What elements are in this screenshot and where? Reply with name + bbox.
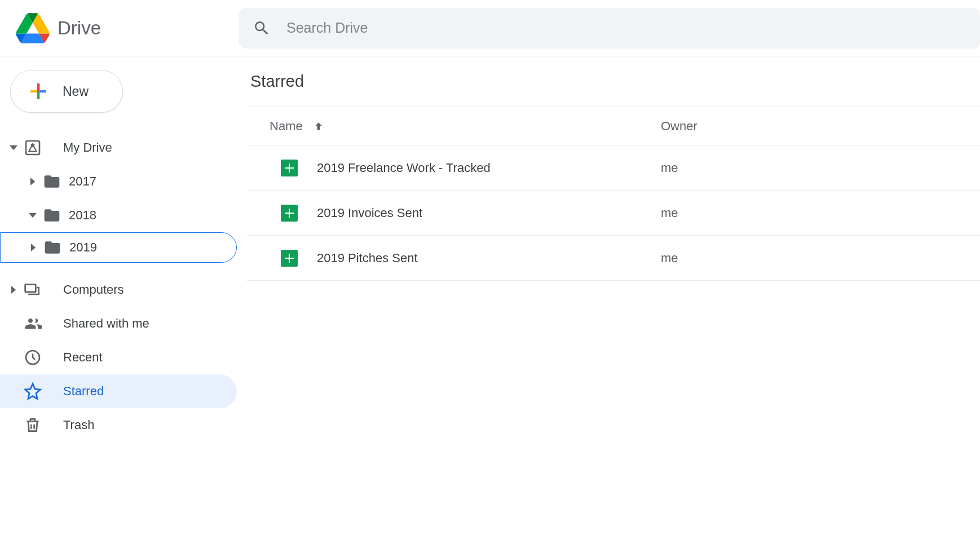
- folder-label: 2018: [69, 208, 96, 223]
- my-drive-label: My Drive: [63, 140, 112, 155]
- star-icon: [24, 382, 42, 400]
- sheets-icon: [281, 160, 298, 176]
- sheets-icon: [281, 205, 298, 222]
- search-input[interactable]: [286, 20, 966, 36]
- file-name: 2019 Pitches Sent: [317, 251, 661, 266]
- header: Drive: [0, 0, 980, 56]
- logo-area[interactable]: Drive: [0, 11, 239, 45]
- file-owner: me: [661, 206, 678, 220]
- svg-rect-1: [25, 285, 36, 292]
- folder-icon: [43, 206, 61, 224]
- new-button-label: New: [63, 84, 89, 99]
- column-owner-label: Owner: [661, 119, 698, 133]
- recent-label: Recent: [63, 350, 103, 365]
- chevron-down-icon[interactable]: [27, 211, 38, 219]
- folder-label: 2017: [69, 174, 96, 189]
- sidebar-item-starred[interactable]: Starred: [0, 374, 237, 408]
- folder-label: 2019: [69, 240, 97, 255]
- file-name: 2019 Invoices Sent: [317, 206, 661, 220]
- sidebar-item-shared[interactable]: Shared with me: [0, 307, 237, 341]
- column-name-label: Name: [270, 119, 303, 134]
- file-owner: me: [661, 251, 678, 266]
- sidebar-item-my-drive[interactable]: My Drive: [0, 131, 237, 165]
- new-button[interactable]: New: [10, 70, 123, 113]
- page-title: Starred: [247, 72, 980, 107]
- chevron-down-icon[interactable]: [8, 144, 19, 152]
- column-header-name[interactable]: Name: [270, 119, 661, 134]
- sidebar-folder-2017[interactable]: 2017: [0, 165, 237, 198]
- search-bar[interactable]: [239, 8, 980, 48]
- file-owner: me: [661, 161, 678, 175]
- sidebar-folder-2018[interactable]: 2018: [0, 198, 237, 232]
- plus-icon: [27, 79, 50, 103]
- starred-label: Starred: [63, 384, 104, 399]
- chevron-right-icon[interactable]: [27, 178, 38, 185]
- column-header-owner[interactable]: Owner: [661, 119, 698, 134]
- chevron-right-icon[interactable]: [8, 286, 19, 294]
- folder-icon: [43, 173, 61, 191]
- file-name: 2019 Freelance Work - Tracked: [317, 161, 661, 175]
- shared-icon: [24, 315, 42, 333]
- sidebar-folder-2019[interactable]: 2019: [0, 232, 237, 263]
- file-row[interactable]: 2019 Pitches Sent me: [247, 236, 980, 281]
- sidebar-item-trash[interactable]: Trash: [0, 408, 237, 442]
- sidebar: New My Drive 2017 2018 2019 Computers: [0, 56, 239, 548]
- drive-logo-icon: [16, 11, 50, 45]
- trash-icon: [24, 416, 42, 434]
- file-row[interactable]: 2019 Invoices Sent me: [247, 191, 980, 236]
- computers-icon: [24, 281, 42, 299]
- app-title: Drive: [58, 17, 101, 39]
- chevron-right-icon[interactable]: [28, 244, 39, 251]
- trash-label: Trash: [63, 418, 94, 432]
- clock-icon: [24, 348, 42, 366]
- computers-label: Computers: [63, 282, 124, 297]
- folder-icon: [43, 238, 61, 257]
- search-icon: [253, 19, 271, 37]
- drive-square-icon: [24, 139, 42, 157]
- sidebar-item-recent[interactable]: Recent: [0, 341, 237, 374]
- file-row[interactable]: 2019 Freelance Work - Tracked me: [247, 145, 980, 191]
- main-content: Starred Name Owner 2019 Freelance Work -…: [239, 56, 980, 548]
- arrow-up-icon: [313, 121, 324, 132]
- table-header: Name Owner: [247, 107, 980, 145]
- sidebar-item-computers[interactable]: Computers: [0, 273, 237, 307]
- sheets-icon: [281, 250, 298, 267]
- shared-label: Shared with me: [63, 316, 149, 331]
